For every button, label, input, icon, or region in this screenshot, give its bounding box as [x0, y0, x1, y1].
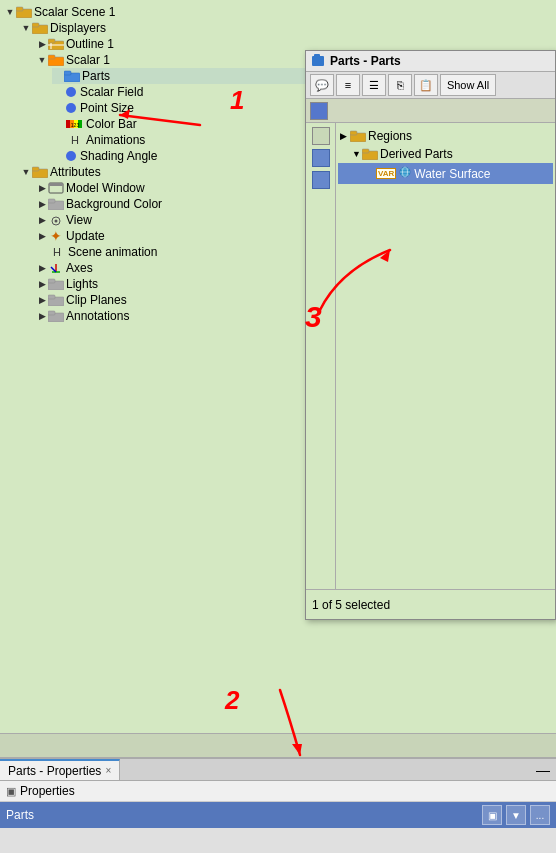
- parts-properties-tab-label: Parts - Properties: [8, 764, 101, 778]
- annotations-label: Annotations: [66, 309, 129, 323]
- scalar1-folder-icon: [48, 54, 64, 66]
- color-bar-expand-icon: [52, 118, 64, 130]
- color-bar-label: Color Bar: [86, 117, 137, 131]
- parts-panel-toolbar: 💬 ≡ ☰ ⎘ 📋 Show All: [306, 72, 555, 99]
- shading-angle-label: Shading Angle: [80, 149, 157, 163]
- parts-tree-regions[interactable]: ▶ Regions: [338, 127, 553, 145]
- update-expand-icon: ▶: [36, 230, 48, 242]
- bottom-tab-bar: Parts - Properties × —: [0, 759, 556, 781]
- tree-root[interactable]: ▼ Scalar Scene 1: [4, 4, 552, 20]
- props-expand-icon: ▣: [488, 810, 497, 821]
- background-color-icon: [48, 198, 64, 210]
- svg-rect-38: [350, 131, 357, 135]
- minimize-btn[interactable]: —: [530, 759, 556, 780]
- toolbar-chat-btn[interactable]: 💬: [310, 74, 334, 96]
- parts-tree-area: ▶ Regions ▼ Derived Parts: [336, 123, 555, 606]
- svg-rect-5: [48, 39, 55, 43]
- point-size-label: Point Size: [80, 101, 134, 115]
- parts-panel-title: Parts - Parts: [330, 54, 401, 68]
- props-row: Parts ▣ ▼ ...: [0, 802, 556, 828]
- toolbar-list2-btn[interactable]: ☰: [362, 74, 386, 96]
- parts-label: Parts: [82, 69, 110, 83]
- parts-left-bar: [306, 123, 336, 606]
- parts-expand-icon: [52, 70, 64, 82]
- derived-parts-label: Derived Parts: [380, 147, 453, 161]
- axes-expand-icon: ▶: [36, 262, 48, 274]
- props-section-header: ▣ Properties: [0, 781, 556, 802]
- svg-rect-12: [66, 120, 70, 128]
- bottom-panel: Parts - Properties × — ▣ Properties Part…: [0, 758, 556, 853]
- shading-dot-icon: [66, 151, 76, 161]
- root-expand-icon: ▼: [4, 6, 16, 18]
- toolbar-show-all-btn[interactable]: Show All: [440, 74, 496, 96]
- outline1-label: Outline 1: [66, 37, 114, 51]
- displayers-expand-icon: ▼: [20, 22, 32, 34]
- parts-status: 1 of 5 selected: [306, 589, 555, 619]
- water-surface-globe-icon: [398, 165, 412, 182]
- view-label: View: [66, 213, 92, 227]
- bottom-status-bar: [0, 733, 556, 758]
- svg-point-24: [55, 220, 58, 223]
- props-more-btn[interactable]: ...: [530, 805, 550, 825]
- props-minus-icon: ▣: [6, 785, 16, 798]
- attributes-folder-icon: [32, 166, 48, 178]
- update-label: Update: [66, 229, 105, 243]
- toolbar-clip-btn[interactable]: 📋: [414, 74, 438, 96]
- scalar1-expand-icon: ▼: [36, 54, 48, 66]
- parts-properties-tab[interactable]: Parts - Properties ×: [0, 759, 120, 780]
- left-bar-item-derived[interactable]: [312, 149, 330, 167]
- tree-item-displayers[interactable]: ▼ Displayers: [20, 20, 552, 36]
- model-window-label: Model Window: [66, 181, 145, 195]
- svg-rect-1: [16, 7, 23, 11]
- parts-tree-water-surface[interactable]: VAR Water Surface: [338, 163, 553, 184]
- bg-color-expand-icon: ▶: [36, 198, 48, 210]
- point-size-expand-icon: [52, 102, 64, 114]
- left-bar-item-regions[interactable]: [312, 127, 330, 145]
- parts-checkbox-all[interactable]: [310, 102, 328, 120]
- svg-rect-11: [64, 71, 71, 75]
- tab-close-btn[interactable]: ×: [105, 765, 111, 776]
- axes-label: Axes: [66, 261, 93, 275]
- parts-panel: Parts - Parts 💬 ≡ ☰ ⎘ 📋 Show All ▶: [305, 50, 556, 620]
- props-expand-btn[interactable]: ▣: [482, 805, 502, 825]
- var-badge: VAR: [376, 168, 396, 179]
- root-label: Scalar Scene 1: [34, 5, 115, 19]
- clip-planes-icon: [48, 294, 64, 306]
- shading-expand-icon: [52, 150, 64, 162]
- scene-animation-icon: H: [48, 246, 66, 258]
- attributes-label: Attributes: [50, 165, 101, 179]
- water-expand: [366, 169, 376, 179]
- animations-label: Animations: [86, 133, 145, 147]
- props-row-label: Parts: [6, 808, 482, 822]
- svg-rect-29: [48, 279, 55, 283]
- scalar-field-expand-icon: [52, 86, 64, 98]
- parts-panel-content: ▶ Regions ▼ Derived Parts: [306, 123, 555, 606]
- toolbar-copy-btn[interactable]: ⎘: [388, 74, 412, 96]
- regions-folder-icon: [350, 130, 366, 142]
- water-surface-label: Water Surface: [414, 167, 490, 181]
- parts-folder-icon: [64, 70, 80, 82]
- annotations-icon: [48, 310, 64, 322]
- svg-rect-20: [49, 183, 63, 186]
- svg-rect-35: [314, 54, 320, 58]
- clip-planes-expand-icon: ▶: [36, 294, 48, 306]
- toolbar-list1-btn[interactable]: ≡: [336, 74, 360, 96]
- lights-label: Lights: [66, 277, 98, 291]
- svg-rect-40: [362, 149, 369, 153]
- scene-animation-label: Scene animation: [68, 245, 157, 259]
- parts-tree-derived-parts[interactable]: ▼ Derived Parts: [338, 145, 553, 163]
- check-icon: [313, 105, 325, 117]
- left-bar-item-water[interactable]: [312, 171, 330, 189]
- scalar1-label: Scalar 1: [66, 53, 110, 67]
- displayers-folder-icon: [32, 22, 48, 34]
- parts-panel-titlebar: Parts - Parts: [306, 51, 555, 72]
- regions-expand: ▶: [340, 131, 350, 141]
- svg-rect-33: [48, 311, 55, 315]
- props-filter-btn[interactable]: ▼: [506, 805, 526, 825]
- outline1-expand-icon: ▶: [36, 38, 48, 50]
- view-icon: [48, 214, 64, 226]
- axes-icon: [48, 262, 64, 274]
- animations-expand-icon: [52, 134, 64, 146]
- color-bar-icon: 123: [66, 118, 84, 130]
- derived-folder-icon: [362, 148, 378, 160]
